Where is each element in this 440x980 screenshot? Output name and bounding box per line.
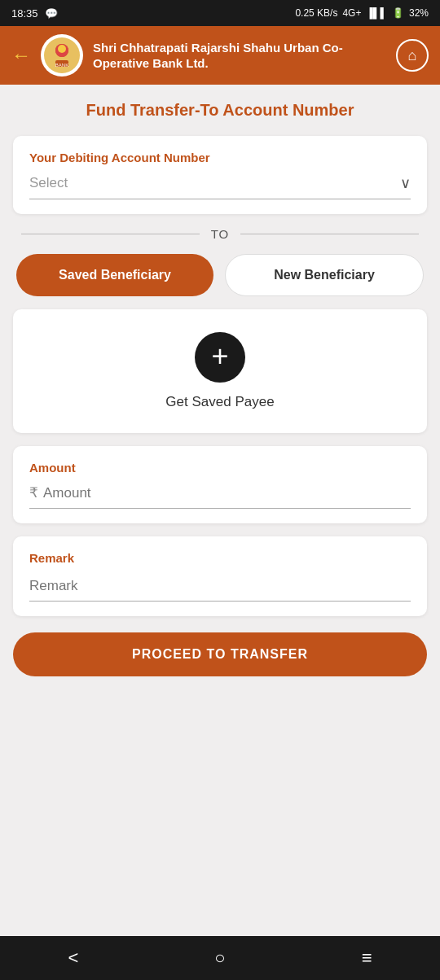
bank-logo: BANK — [41, 34, 83, 77]
nav-back-button[interactable]: < — [68, 947, 79, 969]
signal-icon: ▐▌▌ — [366, 7, 387, 19]
add-payee-icon: + — [195, 332, 245, 383]
get-saved-payee-card[interactable]: + Get Saved Payee — [13, 309, 427, 433]
status-bar: 18:35 💬 0.25 KB/s 4G+ ▐▌▌ 🔋 32% — [0, 0, 440, 26]
beneficiary-toggle: Saved Beneficiary New Beneficiary — [13, 254, 427, 296]
amount-input[interactable] — [43, 485, 411, 501]
amount-card: Amount ₹ — [13, 446, 427, 523]
amount-input-row: ₹ — [29, 484, 411, 509]
remark-input[interactable] — [29, 578, 411, 602]
new-beneficiary-button[interactable]: New Beneficiary — [225, 254, 424, 296]
divider-line-right — [240, 234, 419, 234]
proceed-button[interactable]: PROCEED TO TRANSFER — [13, 632, 427, 676]
svg-point-3 — [58, 45, 66, 53]
network-type: 4G+ — [342, 7, 361, 19]
remark-label: Remark — [29, 551, 411, 565]
battery-icon: 🔋 — [392, 7, 404, 19]
to-divider: TO — [13, 227, 427, 241]
nav-home-button[interactable]: ○ — [214, 947, 225, 969]
nav-menu-button[interactable]: ≡ — [362, 947, 372, 969]
page-title: Fund Transfer-To Account Number — [13, 101, 427, 120]
page-content: Fund Transfer-To Account Number Your Deb… — [0, 85, 440, 936]
home-button[interactable]: ⌂ — [396, 39, 429, 72]
rupee-symbol: ₹ — [29, 484, 38, 501]
remark-card: Remark — [13, 536, 427, 616]
chevron-down-icon: ∨ — [400, 174, 411, 192]
svg-text:BANK: BANK — [55, 63, 68, 68]
to-label: TO — [211, 227, 230, 241]
bottom-nav: < ○ ≡ — [0, 936, 440, 980]
account-select-placeholder: Select — [29, 175, 68, 191]
back-button[interactable]: ← — [11, 46, 31, 65]
account-select[interactable]: Select ∨ — [29, 174, 411, 199]
status-time: 18:35 — [11, 7, 38, 20]
payee-label: Get Saved Payee — [165, 394, 274, 410]
amount-label: Amount — [29, 461, 411, 475]
battery-level: 32% — [409, 7, 429, 19]
bank-name: Shri Chhatrapati Rajarshi Shahu Urban Co… — [93, 40, 386, 72]
debit-account-label: Your Debiting Account Number — [29, 151, 411, 164]
debit-account-card: Your Debiting Account Number Select ∨ — [13, 136, 427, 214]
network-speed: 0.25 KB/s — [295, 7, 337, 19]
home-icon: ⌂ — [408, 47, 417, 64]
whatsapp-icon: 💬 — [45, 7, 58, 20]
saved-beneficiary-button[interactable]: Saved Beneficiary — [16, 254, 213, 296]
app-header: ← BANK Shri Chhatrapati Rajarshi Shahu U… — [0, 26, 440, 85]
divider-line-left — [21, 234, 200, 234]
